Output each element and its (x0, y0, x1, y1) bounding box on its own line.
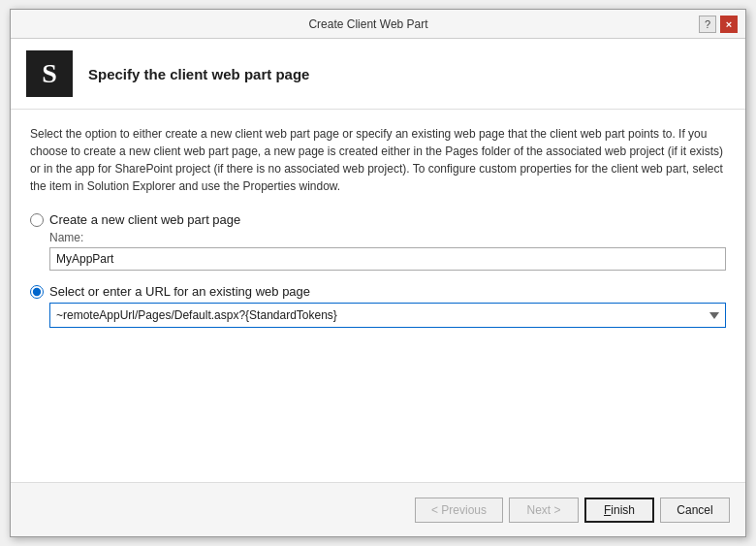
existing-page-radio-label[interactable]: Select or enter a URL for an existing we… (30, 284, 726, 299)
new-page-radio[interactable] (30, 213, 44, 227)
existing-page-option: Select or enter a URL for an existing we… (30, 284, 726, 328)
previous-button[interactable]: < Previous (415, 498, 503, 523)
existing-page-content: ~remoteAppUrl/Pages/Default.aspx?{Standa… (49, 303, 726, 328)
name-label: Name: (49, 231, 726, 244)
url-select[interactable]: ~remoteAppUrl/Pages/Default.aspx?{Standa… (49, 303, 726, 328)
new-page-content: Name: (49, 231, 726, 271)
cancel-button[interactable]: Cancel (660, 498, 730, 523)
description-text: Select the option to either create a new… (30, 125, 726, 195)
header-title: Specify the client web part page (88, 66, 309, 82)
new-page-option: Create a new client web part page Name: (30, 212, 726, 271)
name-input[interactable] (49, 247, 726, 271)
new-page-label: Create a new client web part page (49, 212, 240, 227)
close-button[interactable]: × (720, 16, 738, 33)
dialog-window: Create Client Web Part ? × S Specify the… (10, 9, 746, 537)
existing-page-label: Select or enter a URL for an existing we… (49, 284, 310, 299)
help-button[interactable]: ? (699, 16, 716, 33)
sharepoint-logo: S (26, 50, 73, 97)
options-section: Create a new client web part page Name: … (30, 212, 726, 328)
dialog-title: Create Client Web Part (38, 17, 699, 31)
logo-letter: S (42, 58, 57, 89)
finish-button[interactable]: Finish (584, 498, 654, 523)
next-button[interactable]: Next > (509, 498, 579, 523)
existing-page-radio[interactable] (30, 285, 44, 299)
dialog-header: S Specify the client web part page (11, 39, 745, 110)
title-bar-controls: ? × (699, 16, 738, 33)
dialog-body: Select the option to either create a new… (11, 110, 745, 482)
title-bar: Create Client Web Part ? × (11, 10, 745, 39)
new-page-radio-label[interactable]: Create a new client web part page (30, 212, 726, 227)
dialog-footer: < Previous Next > Finish Cancel (11, 482, 745, 536)
finish-label: Finish (604, 503, 635, 517)
